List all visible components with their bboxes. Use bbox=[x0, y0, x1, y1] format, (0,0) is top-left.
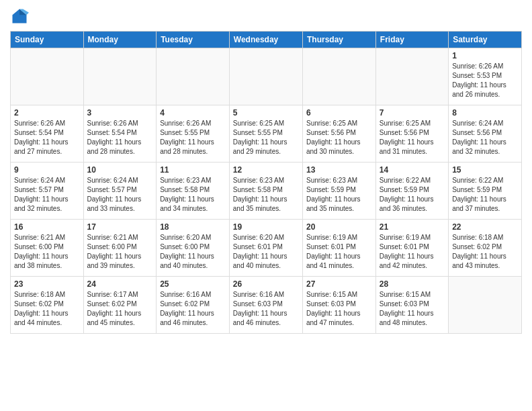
day-number: 9 bbox=[14, 165, 80, 175]
day-info: Sunrise: 6:24 AM Sunset: 5:57 PM Dayligh… bbox=[87, 176, 153, 214]
day-info: Sunrise: 6:21 AM Sunset: 6:00 PM Dayligh… bbox=[14, 233, 80, 271]
day-number: 3 bbox=[87, 108, 153, 118]
day-number: 27 bbox=[306, 279, 372, 289]
day-info: Sunrise: 6:26 AM Sunset: 5:55 PM Dayligh… bbox=[160, 119, 226, 156]
day-info: Sunrise: 6:26 AM Sunset: 5:53 PM Dayligh… bbox=[452, 62, 518, 99]
day-info: Sunrise: 6:23 AM Sunset: 5:59 PM Dayligh… bbox=[306, 176, 372, 214]
day-cell: 17Sunrise: 6:21 AM Sunset: 6:00 PM Dayli… bbox=[83, 220, 157, 277]
day-number: 13 bbox=[306, 165, 372, 175]
week-row-3: 16Sunrise: 6:21 AM Sunset: 6:00 PM Dayli… bbox=[11, 220, 522, 277]
week-row-0: 1Sunrise: 6:26 AM Sunset: 5:53 PM Daylig… bbox=[11, 48, 522, 105]
day-number: 28 bbox=[380, 279, 445, 289]
calendar: SundayMondayTuesdayWednesdayThursdayFrid… bbox=[10, 31, 522, 334]
day-info: Sunrise: 6:15 AM Sunset: 6:03 PM Dayligh… bbox=[380, 290, 445, 328]
day-info: Sunrise: 6:22 AM Sunset: 5:59 PM Dayligh… bbox=[452, 176, 518, 214]
day-info: Sunrise: 6:19 AM Sunset: 6:01 PM Dayligh… bbox=[380, 233, 445, 271]
day-number: 17 bbox=[87, 222, 153, 232]
page: SundayMondayTuesdayWednesdayThursdayFrid… bbox=[0, 0, 532, 411]
day-info: Sunrise: 6:26 AM Sunset: 5:54 PM Dayligh… bbox=[87, 119, 153, 156]
col-header-monday: Monday bbox=[83, 32, 157, 48]
day-info: Sunrise: 6:26 AM Sunset: 5:54 PM Dayligh… bbox=[14, 119, 80, 156]
col-header-friday: Friday bbox=[375, 32, 448, 48]
day-info: Sunrise: 6:19 AM Sunset: 6:01 PM Dayligh… bbox=[306, 233, 372, 271]
day-cell bbox=[11, 48, 84, 105]
col-header-thursday: Thursday bbox=[302, 32, 375, 48]
col-header-sunday: Sunday bbox=[11, 32, 84, 48]
day-number: 8 bbox=[452, 108, 518, 118]
day-cell: 9Sunrise: 6:24 AM Sunset: 5:57 PM Daylig… bbox=[11, 163, 84, 220]
day-info: Sunrise: 6:22 AM Sunset: 5:59 PM Dayligh… bbox=[380, 176, 445, 214]
day-info: Sunrise: 6:24 AM Sunset: 5:56 PM Dayligh… bbox=[452, 119, 518, 156]
day-number: 19 bbox=[233, 222, 299, 232]
day-cell: 6Sunrise: 6:25 AM Sunset: 5:56 PM Daylig… bbox=[302, 105, 375, 163]
day-number: 25 bbox=[160, 279, 226, 289]
day-cell: 7Sunrise: 6:25 AM Sunset: 5:56 PM Daylig… bbox=[375, 105, 448, 163]
day-cell: 18Sunrise: 6:20 AM Sunset: 6:00 PM Dayli… bbox=[157, 220, 230, 277]
day-cell: 19Sunrise: 6:20 AM Sunset: 6:01 PM Dayli… bbox=[229, 220, 302, 277]
day-cell: 8Sunrise: 6:24 AM Sunset: 5:56 PM Daylig… bbox=[449, 105, 522, 163]
day-number: 23 bbox=[14, 279, 80, 289]
week-row-1: 2Sunrise: 6:26 AM Sunset: 5:54 PM Daylig… bbox=[11, 105, 522, 163]
day-info: Sunrise: 6:18 AM Sunset: 6:02 PM Dayligh… bbox=[452, 233, 518, 271]
day-info: Sunrise: 6:20 AM Sunset: 6:01 PM Dayligh… bbox=[233, 233, 299, 271]
day-cell: 13Sunrise: 6:23 AM Sunset: 5:59 PM Dayli… bbox=[302, 163, 375, 220]
day-cell bbox=[83, 48, 157, 105]
day-cell: 16Sunrise: 6:21 AM Sunset: 6:00 PM Dayli… bbox=[11, 220, 84, 277]
day-number: 22 bbox=[452, 222, 518, 232]
day-cell bbox=[375, 48, 448, 105]
col-header-wednesday: Wednesday bbox=[229, 32, 302, 48]
day-cell bbox=[229, 48, 302, 105]
day-cell: 15Sunrise: 6:22 AM Sunset: 5:59 PM Dayli… bbox=[449, 163, 522, 220]
day-cell: 14Sunrise: 6:22 AM Sunset: 5:59 PM Dayli… bbox=[375, 163, 448, 220]
day-cell bbox=[302, 48, 375, 105]
day-cell: 2Sunrise: 6:26 AM Sunset: 5:54 PM Daylig… bbox=[11, 105, 84, 163]
day-cell: 23Sunrise: 6:18 AM Sunset: 6:02 PM Dayli… bbox=[11, 277, 84, 334]
day-cell: 21Sunrise: 6:19 AM Sunset: 6:01 PM Dayli… bbox=[375, 220, 448, 277]
header bbox=[10, 7, 522, 26]
day-info: Sunrise: 6:25 AM Sunset: 5:55 PM Dayligh… bbox=[233, 119, 299, 156]
day-cell: 12Sunrise: 6:23 AM Sunset: 5:58 PM Dayli… bbox=[229, 163, 302, 220]
day-cell: 26Sunrise: 6:16 AM Sunset: 6:03 PM Dayli… bbox=[229, 277, 302, 334]
day-cell: 24Sunrise: 6:17 AM Sunset: 6:02 PM Dayli… bbox=[83, 277, 157, 334]
day-number: 6 bbox=[306, 108, 372, 118]
day-cell: 22Sunrise: 6:18 AM Sunset: 6:02 PM Dayli… bbox=[449, 220, 522, 277]
day-cell: 28Sunrise: 6:15 AM Sunset: 6:03 PM Dayli… bbox=[375, 277, 448, 334]
day-number: 12 bbox=[233, 165, 299, 175]
day-info: Sunrise: 6:20 AM Sunset: 6:00 PM Dayligh… bbox=[160, 233, 226, 271]
day-info: Sunrise: 6:16 AM Sunset: 6:03 PM Dayligh… bbox=[233, 290, 299, 328]
col-header-saturday: Saturday bbox=[449, 32, 522, 48]
day-cell: 20Sunrise: 6:19 AM Sunset: 6:01 PM Dayli… bbox=[302, 220, 375, 277]
day-info: Sunrise: 6:23 AM Sunset: 5:58 PM Dayligh… bbox=[233, 176, 299, 214]
day-number: 15 bbox=[452, 165, 518, 175]
day-number: 10 bbox=[87, 165, 153, 175]
day-number: 1 bbox=[452, 51, 518, 60]
day-info: Sunrise: 6:21 AM Sunset: 6:00 PM Dayligh… bbox=[87, 233, 153, 271]
day-info: Sunrise: 6:24 AM Sunset: 5:57 PM Dayligh… bbox=[14, 176, 80, 214]
day-number: 18 bbox=[160, 222, 226, 232]
day-cell: 4Sunrise: 6:26 AM Sunset: 5:55 PM Daylig… bbox=[157, 105, 230, 163]
day-cell: 5Sunrise: 6:25 AM Sunset: 5:55 PM Daylig… bbox=[229, 105, 302, 163]
day-info: Sunrise: 6:15 AM Sunset: 6:03 PM Dayligh… bbox=[306, 290, 372, 328]
col-header-tuesday: Tuesday bbox=[157, 32, 230, 48]
day-info: Sunrise: 6:25 AM Sunset: 5:56 PM Dayligh… bbox=[380, 119, 445, 156]
day-cell: 25Sunrise: 6:16 AM Sunset: 6:02 PM Dayli… bbox=[157, 277, 230, 334]
calendar-header-row: SundayMondayTuesdayWednesdayThursdayFrid… bbox=[11, 32, 522, 48]
day-number: 7 bbox=[380, 108, 445, 118]
day-number: 4 bbox=[160, 108, 226, 118]
day-info: Sunrise: 6:16 AM Sunset: 6:02 PM Dayligh… bbox=[160, 290, 226, 328]
week-row-2: 9Sunrise: 6:24 AM Sunset: 5:57 PM Daylig… bbox=[11, 163, 522, 220]
day-cell: 3Sunrise: 6:26 AM Sunset: 5:54 PM Daylig… bbox=[83, 105, 157, 163]
day-number: 11 bbox=[160, 165, 226, 175]
day-info: Sunrise: 6:25 AM Sunset: 5:56 PM Dayligh… bbox=[306, 119, 372, 156]
day-number: 5 bbox=[233, 108, 299, 118]
day-number: 2 bbox=[14, 108, 80, 118]
week-row-4: 23Sunrise: 6:18 AM Sunset: 6:02 PM Dayli… bbox=[11, 277, 522, 334]
logo bbox=[10, 7, 32, 26]
day-info: Sunrise: 6:17 AM Sunset: 6:02 PM Dayligh… bbox=[87, 290, 153, 328]
day-cell: 27Sunrise: 6:15 AM Sunset: 6:03 PM Dayli… bbox=[302, 277, 375, 334]
day-cell bbox=[157, 48, 230, 105]
day-info: Sunrise: 6:18 AM Sunset: 6:02 PM Dayligh… bbox=[14, 290, 80, 328]
day-cell: 10Sunrise: 6:24 AM Sunset: 5:57 PM Dayli… bbox=[83, 163, 157, 220]
day-cell: 1Sunrise: 6:26 AM Sunset: 5:53 PM Daylig… bbox=[449, 48, 522, 105]
day-number: 16 bbox=[14, 222, 80, 232]
